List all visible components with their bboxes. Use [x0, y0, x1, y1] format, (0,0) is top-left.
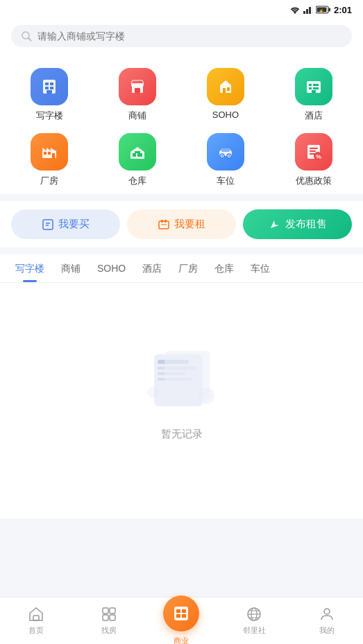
svg-rect-23 [316, 84, 319, 86]
sub-tab-shop[interactable]: 商铺 [53, 254, 89, 282]
nav-label-home: 首页 [28, 625, 44, 636]
category-icon-factory [31, 133, 68, 171]
svg-rect-31 [52, 153, 55, 158]
category-icon-warehouse [119, 133, 156, 171]
svg-rect-51 [164, 220, 167, 223]
svg-rect-67 [176, 609, 180, 613]
svg-point-59 [198, 388, 214, 404]
sub-tab-parking[interactable]: 车位 [242, 254, 278, 282]
category-item-factory[interactable]: 厂房 [6, 133, 94, 187]
rent-button-label: 我要租 [174, 218, 205, 231]
svg-rect-27 [312, 90, 316, 93]
svg-rect-29 [44, 152, 47, 155]
search-input-wrap[interactable] [11, 25, 352, 47]
svg-point-76 [324, 609, 330, 614]
svg-rect-63 [110, 608, 115, 613]
svg-rect-64 [103, 615, 108, 620]
svg-rect-1 [303, 11, 305, 14]
svg-rect-70 [182, 614, 186, 618]
bottom-nav: 首页 找房 商业 [0, 597, 363, 644]
publish-button-label: 发布租售 [285, 218, 327, 231]
category-item-policy[interactable]: % 优惠政策 [269, 133, 357, 187]
svg-rect-39 [221, 148, 230, 152]
nav-label-commerce: 商业 [174, 636, 189, 644]
signal-icon [303, 6, 313, 14]
category-icon-parking [207, 133, 244, 171]
svg-rect-32 [133, 153, 136, 157]
nav-icon-mine [319, 606, 335, 623]
category-item-parking[interactable]: 车位 [182, 133, 270, 187]
nav-label-community: 邻里社 [243, 625, 266, 636]
svg-rect-69 [176, 614, 180, 618]
search-input[interactable] [37, 31, 342, 42]
rent-icon [158, 218, 170, 231]
empty-state: 暂无记录 [0, 283, 363, 519]
nav-item-mine[interactable]: 我的 [290, 603, 363, 638]
svg-rect-15 [50, 87, 53, 89]
svg-rect-13 [50, 82, 53, 85]
nav-active-circle-commerce [163, 595, 199, 632]
category-icon-policy: % [295, 133, 332, 171]
sub-tab-hotel[interactable]: 酒店 [134, 254, 170, 282]
svg-rect-2 [306, 9, 308, 14]
sub-tabs: 写字楼 商铺 SOHO 酒店 厂房 仓库 车位 [0, 254, 363, 283]
buy-icon [42, 218, 54, 231]
category-section: 写字楼 商铺 [0, 57, 363, 194]
sub-tab-soho[interactable]: SOHO [89, 254, 134, 282]
svg-rect-46 [43, 220, 53, 229]
svg-rect-62 [103, 608, 108, 613]
svg-rect-21 [309, 84, 312, 86]
nav-item-home[interactable]: 首页 [0, 603, 73, 638]
action-buttons: 我要买 我要租 发布租售 [0, 201, 363, 247]
publish-icon [269, 218, 281, 231]
publish-button[interactable]: 发布租售 [243, 209, 352, 239]
svg-rect-25 [313, 87, 316, 89]
svg-rect-17 [135, 88, 140, 93]
category-item-warehouse[interactable]: 仓库 [94, 133, 182, 187]
battery-icon: ⚡ [316, 6, 331, 14]
svg-rect-4 [312, 6, 313, 14]
nav-label-find: 找房 [101, 625, 117, 636]
svg-rect-18 [223, 88, 226, 93]
nav-icon-home [28, 606, 44, 623]
svg-point-0 [294, 12, 296, 13]
buy-button[interactable]: 我要买 [11, 209, 120, 239]
svg-rect-50 [161, 220, 163, 223]
svg-line-10 [28, 38, 31, 41]
svg-rect-6 [328, 8, 330, 12]
category-label-policy: 优惠政策 [296, 175, 332, 187]
status-time: 2:01 [334, 5, 352, 15]
buy-button-label: 我要买 [58, 218, 90, 231]
sub-tab-factory[interactable]: 厂房 [170, 254, 206, 282]
category-icon-shop [119, 68, 156, 105]
category-icon-hotel [295, 68, 332, 105]
svg-rect-30 [48, 152, 51, 155]
nav-item-find[interactable]: 找房 [73, 603, 146, 638]
svg-rect-41 [310, 148, 318, 149]
category-item-office[interactable]: 写字楼 [6, 68, 94, 122]
category-label-factory: 厂房 [40, 175, 58, 187]
svg-rect-12 [45, 82, 49, 85]
rent-button[interactable]: 我要租 [127, 209, 236, 239]
svg-rect-33 [137, 153, 142, 157]
nav-item-community[interactable]: 邻里社 [218, 603, 291, 638]
svg-rect-3 [309, 7, 311, 14]
svg-rect-61 [33, 616, 39, 620]
nav-item-commerce[interactable]: 商业 [145, 593, 218, 644]
category-item-shop[interactable]: 商铺 [94, 68, 182, 122]
category-item-soho[interactable]: SOHO [182, 68, 270, 122]
category-label-parking: 车位 [217, 175, 235, 187]
search-section [0, 19, 363, 57]
svg-point-36 [221, 155, 223, 157]
svg-point-38 [228, 155, 230, 157]
category-label-hotel: 酒店 [305, 110, 323, 122]
sub-tab-warehouse[interactable]: 仓库 [206, 254, 242, 282]
category-label-shop: 商铺 [128, 110, 146, 122]
svg-rect-14 [45, 87, 49, 89]
sub-tab-office[interactable]: 写字楼 [7, 254, 53, 282]
nav-icon-find [101, 606, 117, 623]
svg-rect-19 [227, 87, 230, 91]
category-item-hotel[interactable]: 酒店 [269, 68, 357, 122]
empty-text: 暂无记录 [161, 428, 203, 441]
svg-rect-66 [174, 607, 188, 620]
